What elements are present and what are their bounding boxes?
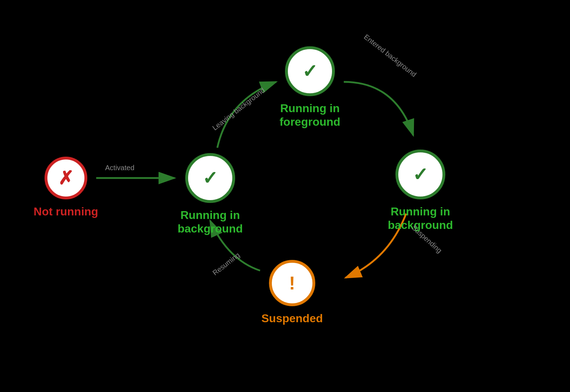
running-background-left-label: Running in background: [164, 208, 256, 236]
check-icon-bg-right: ✓: [413, 165, 428, 184]
resuming-label: Resuming: [211, 251, 241, 277]
leaving-background-label: Leaving background: [211, 86, 266, 132]
check-icon-fg: ✓: [302, 62, 318, 80]
suspended-state: !: [269, 260, 315, 306]
diagram-container: ✗ Not running Activated ✓ Running in bac…: [0, 0, 570, 392]
not-running-label: Not running: [21, 205, 110, 218]
running-foreground-label: Running in foreground: [260, 101, 360, 129]
running-foreground-state: ✓: [285, 46, 335, 96]
entered-background-label: Entered background: [362, 33, 418, 79]
suspended-label: Suspended: [249, 312, 335, 325]
running-background-right-state: ✓: [395, 150, 445, 199]
not-running-state: ✗: [45, 157, 87, 199]
activated-label: Activated: [105, 164, 134, 172]
check-icon-bg-left: ✓: [202, 169, 218, 187]
x-icon: ✗: [58, 169, 74, 187]
running-background-left-state: ✓: [185, 153, 235, 203]
excl-icon: !: [289, 274, 295, 292]
arrows-svg: [0, 0, 570, 392]
